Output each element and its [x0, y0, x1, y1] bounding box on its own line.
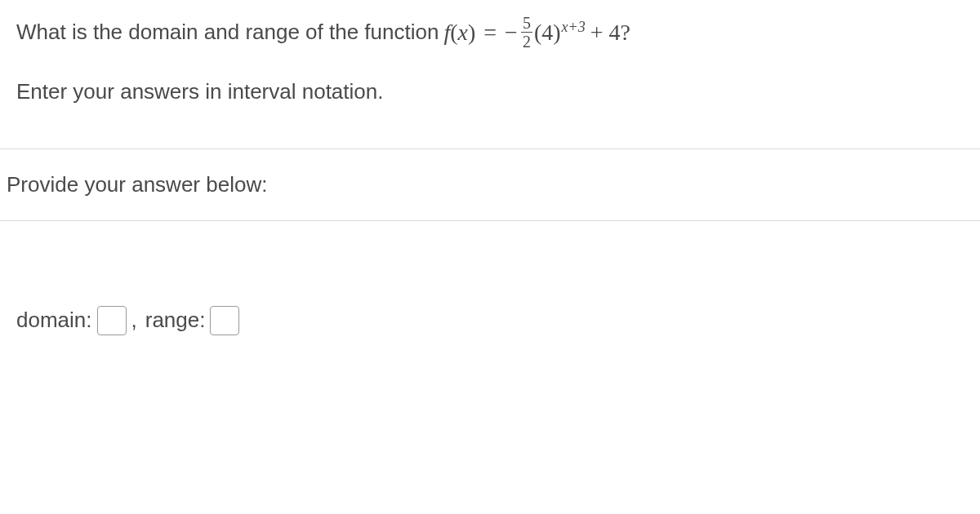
function-name: f — [443, 16, 450, 50]
domain-label: domain: — [16, 304, 92, 336]
answer-section: domain: , range: — [0, 221, 980, 352]
question-prefix: What is the domain and range of the func… — [16, 16, 439, 48]
exponent: x+3 — [562, 16, 586, 38]
separator-comma: , — [131, 304, 137, 336]
instruction-text: Enter your answers in interval notation. — [16, 76, 964, 108]
math-expression: f(x) = − 5 2 (4)x+3 + 4? — [443, 15, 630, 50]
range-input[interactable] — [210, 306, 239, 335]
question-section: What is the domain and range of the func… — [0, 0, 980, 148]
range-label: range: — [145, 304, 206, 336]
answer-prompt: Provide your answer below: — [7, 169, 973, 201]
fraction-numerator: 5 — [521, 15, 532, 33]
minus-sign: − — [505, 16, 518, 50]
math-tail: + 4? — [590, 16, 630, 50]
function-var: x — [458, 16, 468, 50]
answer-row: domain: , range: — [16, 304, 964, 336]
exponent-var: x — [562, 19, 568, 35]
base-paren-open: ( — [534, 16, 541, 50]
exponent-plus: +3 — [568, 19, 586, 35]
paren-open: ( — [450, 16, 457, 50]
base-value: 4 — [541, 16, 553, 50]
domain-input[interactable] — [97, 306, 127, 335]
prompt-section: Provide your answer below: — [0, 149, 980, 220]
paren-close: ) — [468, 16, 475, 50]
fraction-denominator: 2 — [521, 33, 532, 50]
question-text: What is the domain and range of the func… — [16, 15, 964, 50]
equals-sign: = — [483, 16, 497, 50]
base-paren-close: ) — [553, 16, 560, 50]
fraction: 5 2 — [521, 15, 532, 50]
